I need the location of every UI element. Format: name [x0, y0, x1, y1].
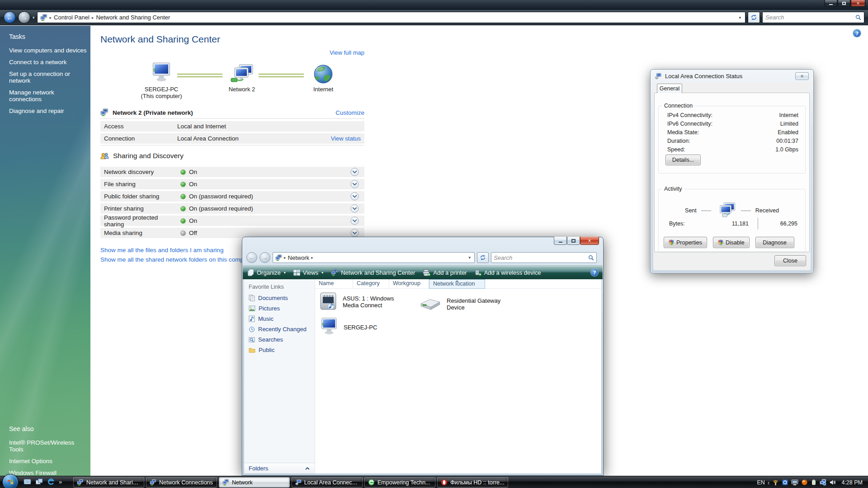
dialog-local-area-connection-status[interactable]: Local Area Connection Status × General C… [650, 69, 814, 273]
internet-explorer-icon[interactable] [47, 478, 55, 486]
search-box[interactable] [491, 252, 597, 263]
refresh-button[interactable] [748, 12, 760, 23]
favorite-documents[interactable]: Documents [244, 293, 315, 303]
sidebar-item-setup-connection[interactable]: Set up a connection or network [9, 70, 87, 84]
intel-tray-icon[interactable] [782, 479, 788, 486]
expand-button[interactable] [350, 204, 359, 213]
column-header-network-location[interactable]: Network location [429, 279, 485, 289]
sidebar-item-connect-network[interactable]: Connect to a network [9, 59, 87, 66]
maximize-button[interactable] [838, 0, 850, 7]
help-button[interactable]: ? [591, 269, 598, 276]
breadcrumb-network-sharing-center[interactable]: Network and Sharing Center [96, 14, 170, 21]
window-network-explorer[interactable]: × ← → ▸ Network ▸ ▾ [242, 237, 604, 476]
switch-windows-icon[interactable] [35, 478, 43, 486]
sidebar-item-intel-proset[interactable]: Intel® PROSet/Wireless Tools [9, 439, 87, 453]
view-status-link[interactable]: View status [331, 135, 361, 142]
sidebar-item-internet-options[interactable]: Internet Options [9, 458, 87, 465]
views-button[interactable]: Views ▾ [293, 269, 323, 276]
orange-orb-tray-icon[interactable] [801, 479, 808, 486]
add-printer-button[interactable]: Add a printer [423, 269, 467, 276]
taskbar-button-empowering[interactable]: Empowering Techn... [364, 477, 435, 488]
disable-button[interactable]: Disable [713, 237, 750, 248]
add-printer-icon [423, 269, 430, 276]
network-item-asus-media[interactable]: ASUS: 1 : Windows Media Connect [319, 292, 404, 312]
dialog-titlebar[interactable]: Local Area Connection Status [651, 70, 813, 82]
sharing-row-label: Network discovery [100, 169, 177, 175]
search-input[interactable] [494, 254, 586, 261]
expand-button[interactable] [350, 216, 359, 225]
address-dropdown-icon[interactable]: ▾ [467, 255, 472, 260]
recent-pages-dropdown[interactable]: ▾ [33, 15, 35, 20]
search-input[interactable] [765, 14, 855, 21]
taskbar-button-network[interactable]: Network [219, 477, 290, 488]
favorite-recently-changed[interactable]: Recently Changed [244, 324, 315, 334]
properties-button[interactable]: Properties [664, 237, 707, 248]
close-button[interactable]: × [851, 0, 865, 7]
forward-button[interactable]: → [259, 252, 270, 263]
quick-launch-overflow[interactable]: » [59, 479, 62, 485]
expand-button[interactable] [350, 180, 359, 188]
network-item-sergej-pc[interactable]: SERGEJ-PC [319, 317, 377, 337]
sidebar-item-manage-connections[interactable]: Manage network connections [9, 89, 87, 103]
volume-tray-icon[interactable] [829, 479, 836, 486]
breadcrumb-network[interactable]: Network [288, 254, 310, 261]
favorite-searches[interactable]: Searches [244, 334, 315, 345]
close-button[interactable]: × [795, 72, 809, 80]
display-tray-icon[interactable] [791, 479, 798, 486]
sidebar-item-diagnose-repair[interactable]: Diagnose and repair [9, 108, 87, 114]
favorite-music[interactable]: Music [244, 314, 315, 324]
taskbar-button-network-sharing[interactable]: Network and Sharin... [73, 477, 144, 488]
map-node-this-computer[interactable]: SERGEJ-PC (This computer) [134, 58, 189, 99]
taskbar-button-network-connections[interactable]: Network Connections [146, 477, 217, 488]
taskbar-button-lac-status[interactable]: Local Area Connecti... [292, 477, 363, 488]
power-tray-icon[interactable] [811, 479, 817, 486]
details-button[interactable]: Details... [665, 155, 701, 165]
map-node-internet[interactable]: Internet [296, 58, 350, 93]
back-button[interactable]: ← [4, 11, 16, 23]
sidebar-item-windows-firewall[interactable]: Windows Firewall [9, 469, 87, 476]
favorite-public[interactable]: Public [244, 345, 315, 355]
column-header-name[interactable]: Name [315, 279, 353, 289]
minimize-button[interactable] [554, 237, 567, 245]
address-dropdown-icon[interactable]: ▾ [737, 15, 742, 20]
wireless-tray-icon[interactable] [772, 479, 779, 486]
close-button[interactable]: × [580, 237, 599, 245]
network-item-gateway[interactable]: Residential Gateway Device [418, 296, 519, 312]
help-button[interactable]: ? [853, 29, 861, 37]
sidebar-item-view-computers[interactable]: View computers and devices [9, 47, 87, 54]
clock[interactable]: 4:28 PM [841, 479, 863, 486]
column-header-category[interactable]: Category [353, 279, 389, 289]
folders-bar[interactable]: Folders [244, 463, 315, 474]
close-dialog-button[interactable]: Close [774, 255, 806, 266]
tray-collapse-icon[interactable]: ‹ [768, 479, 770, 486]
show-shared-files-link[interactable]: Show me all the files and folders I am s… [100, 247, 223, 253]
column-header-workgroup[interactable]: Workgroup [389, 279, 429, 289]
network-sharing-center-button[interactable]: Network and Sharing Center [331, 269, 415, 276]
search-box[interactable] [762, 12, 864, 23]
start-button[interactable] [2, 474, 19, 488]
add-wireless-device-button[interactable]: Add a wireless device [475, 269, 541, 276]
show-desktop-icon[interactable] [24, 478, 31, 486]
show-shared-folders-link[interactable]: Show me all the shared network folders o… [100, 256, 254, 263]
taskbar-button-films-torrent[interactable]: Фильмы HD :: torre... [437, 477, 508, 488]
view-full-map-link[interactable]: View full map [330, 49, 364, 56]
titlebar[interactable]: × [0, 0, 868, 10]
address-bar[interactable]: ▸ Network ▸ ▾ [273, 252, 475, 263]
customize-link[interactable]: Customize [335, 109, 364, 116]
language-indicator[interactable]: EN [757, 479, 764, 486]
favorite-pictures[interactable]: Pictures [244, 303, 315, 314]
back-button[interactable]: ← [246, 252, 257, 263]
forward-button[interactable]: → [18, 11, 30, 23]
address-bar[interactable]: ▸ Control Panel ▸ Network and Sharing Ce… [37, 12, 745, 23]
expand-button[interactable] [350, 168, 359, 176]
breadcrumb-control-panel[interactable]: Control Panel [54, 14, 90, 21]
expand-button[interactable] [350, 192, 359, 201]
network-tray-icon[interactable] [820, 479, 826, 486]
diagnose-button[interactable]: Diagnose [755, 237, 794, 248]
organize-button[interactable]: Organize ▾ [247, 269, 286, 276]
maximize-button[interactable] [567, 237, 580, 245]
tab-general[interactable]: General [657, 84, 682, 93]
refresh-button[interactable] [477, 252, 489, 263]
expand-button[interactable] [350, 229, 359, 237]
minimize-button[interactable] [825, 0, 837, 7]
